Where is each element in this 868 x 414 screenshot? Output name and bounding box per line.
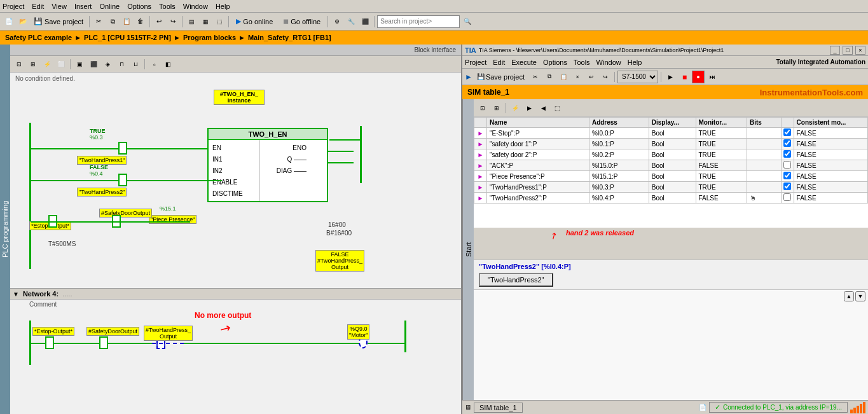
sim-tb-2[interactable]: ⊞ [490,102,503,114]
status-sim-icon: 🖥 [465,404,471,411]
toolbar-cut[interactable]: ✂ [92,15,105,28]
row-checkbox-cell[interactable] [781,149,794,160]
menu-tools[interactable]: Tools [159,3,176,10]
pin-q: Q —— [264,153,307,165]
scroll-up[interactable]: ▲ [844,291,854,301]
right-close[interactable]: × [855,46,865,55]
row-checkbox[interactable] [783,150,791,158]
tb-icon-2[interactable]: 🔧 [345,15,357,28]
search-input[interactable] [377,15,460,28]
lad-tb-3[interactable]: ⚡ [41,58,53,71]
right-menu-options[interactable]: Options [543,59,567,66]
right-menu-window[interactable]: Window [596,59,621,66]
net4-safetydoor-label: #SafetyDoorOutput [86,327,139,336]
breadcrumb-item-4[interactable]: Main_Safety_RTG1 [FB1] [248,34,331,41]
scroll-down[interactable]: ▼ [855,291,865,301]
lad-tb-6[interactable]: ⬛ [87,58,100,71]
sim-tb-4[interactable]: ▶ [523,102,535,114]
menu-project[interactable]: Project [3,3,24,10]
lad-tb-9[interactable]: ⊔ [129,58,142,71]
sim-tb-1[interactable]: ⊡ [476,102,489,114]
annotation-text: hand 2 was released [566,229,634,237]
lad-tb-11[interactable]: ◧ [162,58,174,71]
menu-window[interactable]: Window [183,3,208,10]
tb-icon-1[interactable]: ⚙ [331,15,343,28]
right-tb-record[interactable]: ● [692,71,705,83]
row-checkbox-cell[interactable] [781,171,794,182]
right-undo-btn[interactable]: ↩ [585,71,598,83]
lad-tb-8[interactable]: ⊓ [115,58,128,71]
row-checkbox-cell[interactable] [781,193,794,204]
row-bits [747,128,781,139]
status-sim-tab-btn[interactable]: SIM table_1 [474,403,523,413]
lad-tb-7[interactable]: ◈ [101,58,114,71]
right-minimize[interactable]: _ [830,46,840,55]
right-maximize[interactable]: □ [843,46,853,55]
toolbar-undo[interactable]: ↩ [153,15,165,28]
breadcrumb-item-2[interactable]: PLC_1 [CPU 1515TF-2 PN] [84,34,171,41]
row-checkbox-cell[interactable] [781,160,794,171]
right-save-btn[interactable]: 💾 Save project [474,71,528,83]
toolbar-misc1[interactable]: ▤ [185,15,198,28]
toolbar-misc3[interactable]: ⬚ [213,15,226,28]
collapse-icon[interactable]: ▼ [13,291,19,298]
right-menu-project[interactable]: Project [465,59,486,66]
lad-tb-4[interactable]: ⬜ [55,58,67,71]
sim-tb-5[interactable]: ◀ [537,102,549,114]
breadcrumb-item-3[interactable]: Program blocks [183,34,236,41]
row-icon: ► [478,130,484,137]
right-tb-stop[interactable]: ◼ [678,71,691,83]
right-redo-btn[interactable]: ↪ [599,71,612,83]
right-tb-next[interactable]: ⏭ [706,71,719,83]
menu-online[interactable]: Online [99,3,120,10]
toolbar-misc2[interactable]: ▦ [199,15,212,28]
sim-bottom-button[interactable]: "TwoHandPress2" [479,273,553,287]
row-checkbox[interactable] [783,128,791,136]
lad-tb-10[interactable]: ⬦ [148,58,160,71]
pin-enable: ENABLE [212,176,256,188]
menu-edit[interactable]: Edit [32,3,44,10]
row-checkbox-cell[interactable] [781,139,794,149]
right-paste-btn[interactable]: 📋 [557,71,570,83]
menu-insert[interactable]: Insert [74,3,92,10]
search-button[interactable]: 🔍 [461,15,474,28]
toolbar-new[interactable]: 📄 [3,15,15,28]
menu-help[interactable]: Help [216,3,230,10]
toolbar-redo[interactable]: ↪ [167,15,179,28]
breadcrumb-item-1[interactable]: Safety PLC example [5,34,72,41]
lad-tb-2[interactable]: ⊞ [27,58,39,71]
right-copy-btn[interactable]: ⧉ [543,71,556,83]
go-offline-button[interactable]: ◼ Go offline [279,15,325,27]
row-checkbox-cell[interactable] [781,128,794,139]
row-monitor: TRUE [696,149,747,160]
right-delete-btn[interactable]: × [571,71,584,83]
instance-label: #TWO_H_EN_Instance [214,90,265,105]
toolbar-paste[interactable]: 📋 [120,15,133,28]
sim-tb-6[interactable]: ⬚ [551,102,563,114]
row-checkbox[interactable] [783,172,791,179]
row-checkbox[interactable] [783,193,791,201]
row-checkbox-cell[interactable] [781,182,794,193]
row-checkbox[interactable] [783,183,791,190]
right-cut-btn[interactable]: ✂ [529,71,542,83]
sim-tb-3[interactable]: ⚡ [509,102,521,114]
lad-tb-5[interactable]: ▣ [73,58,86,71]
right-menu-help[interactable]: Help [628,59,642,66]
lad-tb-1[interactable]: ⊡ [13,58,25,71]
toolbar-copy[interactable]: ⧉ [106,15,119,28]
save-project-button[interactable]: 💾 Save project [31,15,86,27]
menu-options[interactable]: Options [127,3,151,10]
device-dropdown[interactable]: S7-1500 [617,71,658,83]
toolbar-delete[interactable]: 🗑 [134,15,147,28]
toolbar-open[interactable]: 📂 [17,15,29,28]
right-menu-tools[interactable]: Tools [574,59,590,66]
start-tab[interactable]: Start [462,99,474,400]
right-tb-run[interactable]: ▶ [664,71,677,83]
go-online-button[interactable]: ▶ Go online [231,15,277,27]
row-checkbox[interactable] [783,139,791,147]
row-checkbox[interactable] [783,161,791,169]
right-menu-edit[interactable]: Edit [493,59,505,66]
tb-icon-3[interactable]: ⬛ [359,15,371,28]
menu-view[interactable]: View [52,3,67,10]
right-menu-execute[interactable]: Execute [511,59,537,66]
